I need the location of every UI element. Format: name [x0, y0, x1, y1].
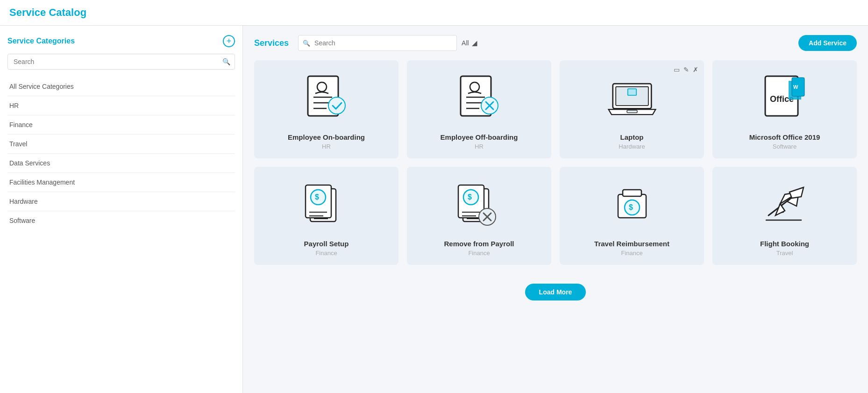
services-search-area: 🔍 All ◢ — [298, 35, 798, 51]
service-delete-button-laptop[interactable]: ✗ — [692, 65, 699, 74]
services-search-input[interactable] — [298, 35, 457, 51]
main-layout: Service Categories + 🔍 All Service Categ… — [0, 26, 868, 393]
sidebar-item-finance[interactable]: Finance — [7, 115, 235, 135]
service-edit-button-employee-offboarding[interactable]: ✎ — [530, 65, 537, 74]
service-delete-button-remove-from-payroll[interactable]: ✗ — [539, 171, 547, 181]
service-copy-button-flight-booking[interactable]: ▭ — [825, 171, 833, 181]
sidebar-item-travel[interactable]: Travel — [7, 135, 235, 154]
svg-text:$: $ — [315, 193, 319, 201]
services-grid: ▭ ✎ ✗ Employee On-boarding HR ▭ ✎ ✗ — [254, 60, 857, 265]
service-category-payroll-setup: Finance — [315, 250, 337, 257]
services-title: Services — [254, 38, 289, 48]
service-icon-employee-offboarding — [451, 71, 507, 128]
service-name-microsoft-office: Microsoft Office 2019 — [749, 133, 820, 141]
service-card-flight-booking[interactable]: ▭ ✎ ✗ Flight Booking Travel — [712, 167, 857, 265]
page-title: Service Catalog — [9, 7, 86, 18]
service-card-payroll-setup[interactable]: ▭ ✎ ✗ $ Payroll Setup Finance — [254, 167, 398, 265]
service-category-flight-booking: Travel — [776, 250, 793, 257]
service-category-employee-onboarding: HR — [322, 143, 331, 150]
sidebar-item-data[interactable]: Data Services — [7, 154, 235, 173]
filter-label: All — [462, 39, 469, 47]
service-delete-button-employee-onboarding[interactable]: ✗ — [386, 65, 394, 74]
service-edit-button-flight-booking[interactable]: ✎ — [835, 171, 843, 181]
sidebar: Service Categories + 🔍 All Service Categ… — [0, 26, 243, 393]
service-name-travel-reimbursement: Travel Reimbursement — [594, 240, 669, 248]
services-search-icon: 🔍 — [303, 40, 310, 47]
services-search-wrapper: 🔍 — [298, 35, 457, 51]
service-icon-payroll-setup: $ — [299, 178, 355, 234]
service-name-employee-offboarding: Employee Off-boarding — [441, 133, 518, 141]
sidebar-nav: All Service CategoriesHRFinanceTravelDat… — [7, 77, 235, 230]
service-category-microsoft-office: Software — [773, 143, 797, 150]
service-icon-travel-reimbursement: $ — [604, 178, 660, 234]
filter-icon: ◢ — [472, 39, 477, 47]
service-edit-button-employee-onboarding[interactable]: ✎ — [377, 65, 384, 74]
services-header: Services 🔍 All ◢ Add Service — [254, 35, 857, 51]
service-name-flight-booking: Flight Booking — [760, 240, 809, 248]
service-icon-employee-onboarding — [299, 71, 355, 128]
svg-point-4 — [317, 82, 327, 92]
service-card-actions-laptop: ▭ ✎ ✗ — [673, 65, 699, 74]
load-more-area: Load More — [254, 279, 857, 314]
svg-point-5 — [328, 97, 345, 114]
service-name-laptop: Laptop — [620, 133, 644, 141]
service-icon-flight-booking — [757, 178, 813, 234]
add-service-button[interactable]: Add Service — [798, 35, 857, 51]
service-copy-button-microsoft-office[interactable]: ▭ — [825, 65, 833, 74]
service-copy-button-remove-from-payroll[interactable]: ▭ — [520, 171, 528, 181]
sidebar-item-software[interactable]: Software — [7, 211, 235, 230]
sidebar-item-all[interactable]: All Service Categories — [7, 77, 235, 96]
service-card-remove-from-payroll[interactable]: ▭ ✎ ✗ $ Remove from Payroll Finance — [407, 167, 551, 265]
svg-rect-16 — [627, 110, 637, 113]
service-name-employee-onboarding: Employee On-boarding — [288, 133, 365, 141]
sidebar-search-input[interactable] — [7, 54, 235, 70]
sidebar-search-icon: 🔍 — [222, 58, 230, 65]
service-card-laptop[interactable]: ▭ ✎ ✗ Laptop Hardware — [560, 60, 704, 158]
service-icon-remove-from-payroll: $ — [451, 178, 507, 234]
service-edit-button-remove-from-payroll[interactable]: ✎ — [530, 171, 537, 181]
service-category-travel-reimbursement: Finance — [621, 250, 642, 257]
svg-rect-17 — [627, 89, 636, 95]
service-name-remove-from-payroll: Remove from Payroll — [444, 240, 514, 248]
sidebar-item-hr[interactable]: HR — [7, 96, 235, 115]
svg-rect-42 — [623, 190, 641, 196]
svg-text:$: $ — [468, 193, 472, 201]
service-category-laptop: Hardware — [619, 143, 645, 150]
sidebar-header: Service Categories + — [7, 35, 235, 47]
service-card-employee-onboarding[interactable]: ▭ ✎ ✗ Employee On-boarding HR — [254, 60, 398, 158]
service-copy-button-travel-reimbursement[interactable]: ▭ — [673, 171, 681, 181]
service-card-microsoft-office[interactable]: ▭ ✎ ✗ Office W Microsoft Office 2019 Sof… — [712, 60, 857, 158]
service-edit-button-payroll-setup[interactable]: ✎ — [377, 171, 384, 181]
load-more-button[interactable]: Load More — [525, 284, 586, 300]
service-icon-laptop — [604, 71, 660, 128]
service-category-employee-offboarding: HR — [475, 143, 484, 150]
service-delete-button-microsoft-office[interactable]: ✗ — [845, 65, 852, 74]
service-card-employee-offboarding[interactable]: ▭ ✎ ✗ Employee Off-boarding HR — [407, 60, 551, 158]
sidebar-title: Service Categories — [7, 37, 75, 45]
svg-text:W: W — [793, 84, 798, 90]
service-delete-button-employee-offboarding[interactable]: ✗ — [539, 65, 547, 74]
service-delete-button-travel-reimbursement[interactable]: ✗ — [692, 171, 699, 181]
page-header: Service Catalog — [0, 0, 868, 26]
service-copy-button-employee-offboarding[interactable]: ▭ — [520, 65, 528, 74]
svg-point-10 — [470, 82, 479, 92]
service-category-remove-from-payroll: Finance — [468, 250, 490, 257]
service-copy-button-employee-onboarding[interactable]: ▭ — [367, 65, 375, 74]
services-panel: Services 🔍 All ◢ Add Service ▭ ✎ ✗ — [243, 26, 868, 393]
service-edit-button-laptop[interactable]: ✎ — [683, 65, 690, 74]
service-delete-button-payroll-setup[interactable]: ✗ — [386, 171, 394, 181]
service-copy-button-laptop[interactable]: ▭ — [673, 65, 681, 74]
service-name-payroll-setup: Payroll Setup — [304, 240, 349, 248]
add-category-button[interactable]: + — [223, 35, 235, 47]
service-delete-button-flight-booking[interactable]: ✗ — [845, 171, 852, 181]
service-edit-button-microsoft-office[interactable]: ✎ — [835, 65, 843, 74]
service-edit-button-travel-reimbursement[interactable]: ✎ — [683, 171, 690, 181]
service-icon-microsoft-office: Office W — [757, 71, 813, 128]
sidebar-item-facilities[interactable]: Facilities Management — [7, 173, 235, 192]
filter-area[interactable]: All ◢ — [462, 39, 477, 47]
service-copy-button-payroll-setup[interactable]: ▭ — [367, 171, 375, 181]
sidebar-search-wrapper: 🔍 — [7, 54, 235, 70]
svg-text:$: $ — [629, 203, 633, 211]
sidebar-item-hardware[interactable]: Hardware — [7, 192, 235, 211]
service-card-travel-reimbursement[interactable]: ▭ ✎ ✗ $ Travel Reimbursement Finance — [560, 167, 704, 265]
